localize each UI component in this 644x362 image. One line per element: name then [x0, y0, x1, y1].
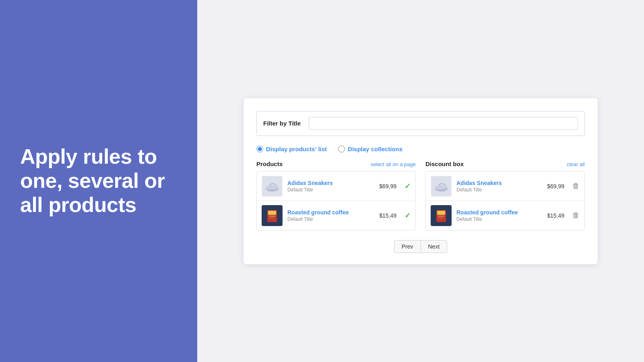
- svg-rect-5: [269, 216, 275, 217]
- svg-rect-13: [438, 218, 443, 218]
- delete-icon[interactable]: 🗑: [572, 211, 580, 220]
- main-card: Filter by Title Display products' list D…: [244, 98, 598, 264]
- list-item: Roasted ground coffee Default Title $15,…: [257, 201, 415, 230]
- product-name: Adidas Sneakers: [456, 180, 542, 186]
- check-icon: ✓: [405, 211, 411, 220]
- left-panel: Apply rules to one, several or all produ…: [0, 0, 197, 362]
- radio-products-option[interactable]: Display products' list: [256, 146, 327, 152]
- products-list: Adidas Sneakers Default Title $69,99 ✓: [256, 171, 416, 230]
- product-name: Adidas Sneakers: [287, 180, 374, 186]
- list-item: Roasted ground coffee Default Title $15,…: [426, 201, 584, 230]
- discount-column: Discount box clear all: [425, 160, 585, 230]
- radio-collections-label[interactable]: Display collections: [348, 146, 402, 152]
- discount-list: Adidas Sneakers Default Title $69,99 🗑: [425, 171, 585, 230]
- headline: Apply rules to one, several or all produ…: [20, 145, 177, 217]
- product-name: Roasted ground coffee: [287, 209, 374, 216]
- product-variant: Default Title: [287, 216, 374, 222]
- product-info: Adidas Sneakers Default Title: [287, 180, 374, 193]
- prev-button[interactable]: Prev: [394, 240, 421, 253]
- product-variant: Default Title: [456, 187, 542, 193]
- product-thumbnail: [431, 205, 452, 226]
- product-price: $69,99: [547, 183, 564, 189]
- pagination: Prev Next: [256, 240, 585, 253]
- next-button[interactable]: Next: [421, 240, 448, 253]
- product-name: Roasted ground coffee: [456, 209, 542, 216]
- product-thumbnail: [262, 176, 283, 197]
- filter-input[interactable]: [309, 117, 578, 130]
- delete-icon[interactable]: 🗑: [572, 182, 580, 190]
- products-col-title: Products: [256, 160, 283, 167]
- filter-row: Filter by Title: [256, 111, 585, 136]
- select-all-link[interactable]: select all on a page: [371, 161, 416, 167]
- radio-collections-option[interactable]: Display collections: [338, 146, 402, 152]
- product-variant: Default Title: [456, 216, 542, 222]
- list-item: Adidas Sneakers Default Title $69,99 🗑: [426, 172, 584, 201]
- product-info: Adidas Sneakers Default Title: [456, 180, 542, 193]
- product-variant: Default Title: [287, 187, 374, 193]
- radio-collections-input[interactable]: [338, 146, 345, 152]
- product-price: $15,49: [547, 212, 564, 219]
- products-col-header: Products select all on a page: [256, 160, 416, 167]
- product-price: $69,99: [379, 183, 396, 189]
- radio-products-input[interactable]: [256, 146, 263, 152]
- filter-label: Filter by Title: [263, 120, 301, 127]
- columns: Products select all on a page: [256, 160, 585, 230]
- clear-all-link[interactable]: clear all: [567, 161, 585, 167]
- radio-products-label[interactable]: Display products' list: [266, 146, 327, 152]
- discount-col-title: Discount box: [425, 160, 464, 167]
- list-item: Adidas Sneakers Default Title $69,99 ✓: [257, 172, 415, 201]
- product-thumbnail: [262, 205, 283, 226]
- products-column: Products select all on a page: [256, 160, 416, 230]
- svg-rect-4: [268, 211, 276, 215]
- radio-group: Display products' list Display collectio…: [256, 146, 585, 152]
- product-price: $15,49: [379, 212, 396, 219]
- svg-rect-6: [269, 218, 274, 218]
- discount-col-header: Discount box clear all: [425, 160, 585, 167]
- right-panel: Filter by Title Display products' list D…: [197, 0, 644, 362]
- check-icon: ✓: [405, 182, 411, 191]
- product-info: Roasted ground coffee Default Title: [456, 209, 542, 222]
- product-thumbnail: [431, 176, 452, 197]
- product-info: Roasted ground coffee Default Title: [287, 209, 374, 222]
- svg-rect-12: [438, 216, 444, 217]
- svg-rect-11: [437, 211, 445, 215]
